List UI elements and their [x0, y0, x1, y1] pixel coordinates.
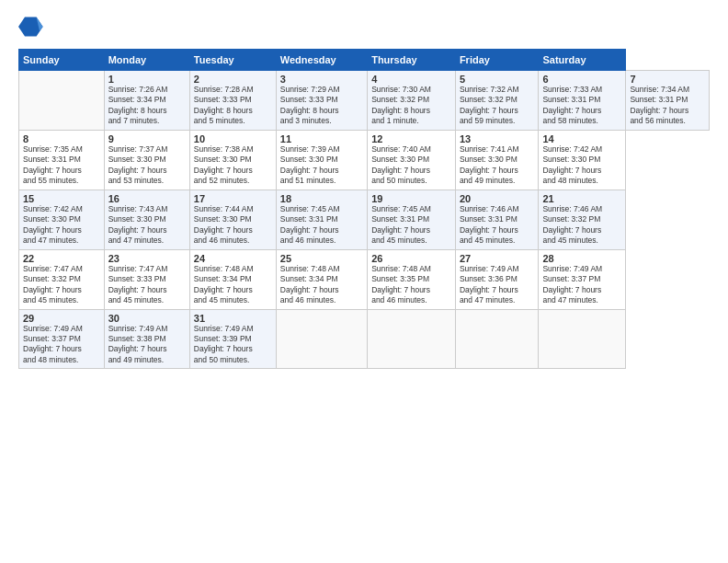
day-number: 11: [280, 133, 363, 144]
day-info: Sunrise: 7:33 AM Sunset: 3:31 PM Dayligh…: [542, 85, 621, 127]
day-number: 19: [371, 193, 451, 204]
day-info: Sunrise: 7:42 AM Sunset: 3:30 PM Dayligh…: [542, 144, 621, 187]
header-row: SundayMondayTuesdayWednesdayThursdayFrid…: [19, 50, 710, 71]
day-number: 2: [194, 74, 272, 85]
calendar-week-1: 8Sunrise: 7:35 AM Sunset: 3:31 PM Daylig…: [19, 130, 710, 190]
day-number: 21: [542, 193, 621, 204]
calendar-cell: 17Sunrise: 7:44 AM Sunset: 3:30 PM Dayli…: [189, 190, 276, 249]
calendar-cell: 14Sunrise: 7:42 AM Sunset: 3:30 PM Dayli…: [539, 130, 626, 190]
calendar-cell: 11Sunrise: 7:39 AM Sunset: 3:30 PM Dayli…: [276, 130, 367, 190]
logo-icon: [18, 14, 44, 40]
day-info: Sunrise: 7:48 AM Sunset: 3:35 PM Dayligh…: [371, 264, 451, 306]
day-info: Sunrise: 7:41 AM Sunset: 3:30 PM Dayligh…: [460, 144, 535, 187]
day-info: Sunrise: 7:49 AM Sunset: 3:38 PM Dayligh…: [108, 324, 186, 366]
calendar-cell: 20Sunrise: 7:46 AM Sunset: 3:31 PM Dayli…: [455, 190, 539, 249]
day-number: 28: [542, 253, 621, 264]
calendar-cell: [19, 71, 105, 131]
day-number: 30: [108, 313, 186, 324]
calendar-cell: 13Sunrise: 7:41 AM Sunset: 3:30 PM Dayli…: [455, 130, 539, 190]
day-info: Sunrise: 7:42 AM Sunset: 3:30 PM Dayligh…: [23, 204, 100, 247]
calendar-cell: 12Sunrise: 7:40 AM Sunset: 3:30 PM Dayli…: [368, 130, 456, 190]
calendar-week-3: 22Sunrise: 7:47 AM Sunset: 3:32 PM Dayli…: [19, 249, 710, 309]
day-number: 31: [194, 313, 272, 324]
day-number: 25: [280, 253, 363, 264]
day-info: Sunrise: 7:38 AM Sunset: 3:30 PM Dayligh…: [194, 144, 272, 187]
calendar-cell: [455, 309, 539, 369]
day-number: 29: [23, 313, 100, 324]
calendar-cell: 29Sunrise: 7:49 AM Sunset: 3:37 PM Dayli…: [19, 309, 105, 369]
day-info: Sunrise: 7:47 AM Sunset: 3:32 PM Dayligh…: [23, 264, 100, 306]
header-cell-monday: Monday: [104, 50, 189, 71]
calendar-cell: 27Sunrise: 7:49 AM Sunset: 3:36 PM Dayli…: [455, 249, 539, 309]
calendar-header: SundayMondayTuesdayWednesdayThursdayFrid…: [19, 50, 710, 71]
day-number: 17: [194, 193, 272, 204]
day-number: 15: [23, 193, 100, 204]
calendar-cell: 7Sunrise: 7:34 AM Sunset: 3:31 PM Daylig…: [626, 71, 710, 131]
day-number: 14: [542, 133, 621, 144]
calendar-week-2: 15Sunrise: 7:42 AM Sunset: 3:30 PM Dayli…: [19, 190, 710, 249]
day-number: 16: [108, 193, 186, 204]
calendar-cell: 8Sunrise: 7:35 AM Sunset: 3:31 PM Daylig…: [19, 130, 105, 190]
day-info: Sunrise: 7:45 AM Sunset: 3:31 PM Dayligh…: [371, 204, 451, 247]
day-info: Sunrise: 7:48 AM Sunset: 3:34 PM Dayligh…: [194, 264, 272, 306]
calendar-cell: 2Sunrise: 7:28 AM Sunset: 3:33 PM Daylig…: [189, 71, 276, 131]
calendar-cell: 6Sunrise: 7:33 AM Sunset: 3:31 PM Daylig…: [539, 71, 626, 131]
calendar-cell: [539, 309, 626, 369]
header-cell-saturday: Saturday: [539, 50, 626, 71]
day-info: Sunrise: 7:30 AM Sunset: 3:32 PM Dayligh…: [371, 85, 451, 127]
day-number: 3: [280, 74, 363, 85]
header-cell-tuesday: Tuesday: [189, 50, 276, 71]
page: SundayMondayTuesdayWednesdayThursdayFrid…: [0, 0, 728, 563]
day-number: 26: [371, 253, 451, 264]
day-info: Sunrise: 7:45 AM Sunset: 3:31 PM Dayligh…: [280, 204, 363, 247]
header-cell-thursday: Thursday: [368, 50, 456, 71]
calendar-cell: 16Sunrise: 7:43 AM Sunset: 3:30 PM Dayli…: [104, 190, 189, 249]
day-number: 22: [23, 253, 100, 264]
day-info: Sunrise: 7:28 AM Sunset: 3:33 PM Dayligh…: [194, 85, 272, 127]
logo: [18, 14, 48, 40]
calendar-cell: [276, 309, 367, 369]
day-number: 27: [460, 253, 535, 264]
calendar-cell: 10Sunrise: 7:38 AM Sunset: 3:30 PM Dayli…: [189, 130, 276, 190]
day-info: Sunrise: 7:46 AM Sunset: 3:32 PM Dayligh…: [542, 204, 621, 247]
calendar-cell: 4Sunrise: 7:30 AM Sunset: 3:32 PM Daylig…: [368, 71, 456, 131]
calendar-cell: 23Sunrise: 7:47 AM Sunset: 3:33 PM Dayli…: [104, 249, 189, 309]
calendar-week-4: 29Sunrise: 7:49 AM Sunset: 3:37 PM Dayli…: [19, 309, 710, 369]
day-number: 13: [460, 133, 535, 144]
day-info: Sunrise: 7:40 AM Sunset: 3:30 PM Dayligh…: [371, 144, 451, 187]
day-info: Sunrise: 7:49 AM Sunset: 3:37 PM Dayligh…: [542, 264, 621, 306]
calendar-cell: 19Sunrise: 7:45 AM Sunset: 3:31 PM Dayli…: [368, 190, 456, 249]
day-info: Sunrise: 7:34 AM Sunset: 3:31 PM Dayligh…: [630, 85, 705, 127]
day-info: Sunrise: 7:29 AM Sunset: 3:33 PM Dayligh…: [280, 85, 363, 127]
header-cell-wednesday: Wednesday: [276, 50, 367, 71]
day-info: Sunrise: 7:46 AM Sunset: 3:31 PM Dayligh…: [460, 204, 535, 247]
day-info: Sunrise: 7:49 AM Sunset: 3:39 PM Dayligh…: [194, 324, 272, 366]
calendar-cell: 1Sunrise: 7:26 AM Sunset: 3:34 PM Daylig…: [104, 71, 189, 131]
calendar-cell: 24Sunrise: 7:48 AM Sunset: 3:34 PM Dayli…: [189, 249, 276, 309]
calendar-cell: 3Sunrise: 7:29 AM Sunset: 3:33 PM Daylig…: [276, 71, 367, 131]
day-number: 18: [280, 193, 363, 204]
day-info: Sunrise: 7:48 AM Sunset: 3:34 PM Dayligh…: [280, 264, 363, 306]
day-info: Sunrise: 7:37 AM Sunset: 3:30 PM Dayligh…: [108, 144, 186, 187]
day-number: 7: [630, 74, 705, 85]
header-cell-sunday: Sunday: [19, 50, 105, 71]
calendar-cell: 30Sunrise: 7:49 AM Sunset: 3:38 PM Dayli…: [104, 309, 189, 369]
day-number: 4: [371, 74, 451, 85]
calendar-cell: 5Sunrise: 7:32 AM Sunset: 3:32 PM Daylig…: [455, 71, 539, 131]
day-number: 23: [108, 253, 186, 264]
day-number: 20: [460, 193, 535, 204]
day-number: 8: [23, 133, 100, 144]
calendar-body: 1Sunrise: 7:26 AM Sunset: 3:34 PM Daylig…: [19, 71, 710, 369]
day-number: 1: [108, 74, 186, 85]
day-info: Sunrise: 7:49 AM Sunset: 3:37 PM Dayligh…: [23, 324, 100, 366]
day-info: Sunrise: 7:43 AM Sunset: 3:30 PM Dayligh…: [108, 204, 186, 247]
calendar-cell: 22Sunrise: 7:47 AM Sunset: 3:32 PM Dayli…: [19, 249, 105, 309]
calendar-week-0: 1Sunrise: 7:26 AM Sunset: 3:34 PM Daylig…: [19, 71, 710, 131]
header-cell-friday: Friday: [455, 50, 539, 71]
day-number: 6: [542, 74, 621, 85]
day-number: 9: [108, 133, 186, 144]
day-info: Sunrise: 7:44 AM Sunset: 3:30 PM Dayligh…: [194, 204, 272, 247]
calendar-cell: 15Sunrise: 7:42 AM Sunset: 3:30 PM Dayli…: [19, 190, 105, 249]
calendar-cell: 9Sunrise: 7:37 AM Sunset: 3:30 PM Daylig…: [104, 130, 189, 190]
calendar-cell: [368, 309, 456, 369]
